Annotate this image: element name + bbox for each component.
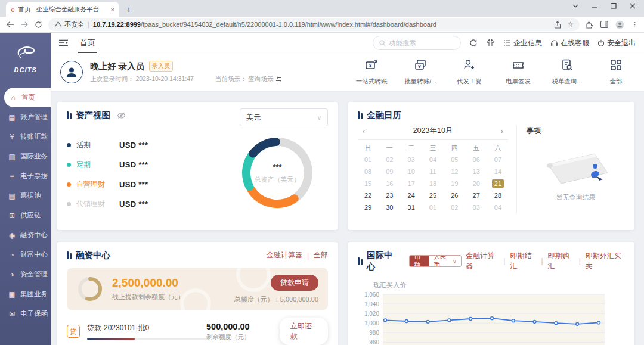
calendar-day[interactable]: 01 <box>423 202 443 213</box>
calendar-day[interactable]: 15 <box>358 178 378 189</box>
calendar-day[interactable]: 29 <box>358 202 378 213</box>
sidebar-item-label: 资金管理 <box>20 270 48 279</box>
sidebar-item-supply-chain[interactable]: ⊞供应链 <box>0 206 51 225</box>
transfer-icon: ¥ <box>8 133 16 141</box>
calendar-day[interactable]: 19 <box>444 178 465 189</box>
link-3[interactable]: 即期外汇买卖 <box>586 251 625 271</box>
header-action-headset[interactable]: 在线客服 <box>550 38 589 48</box>
header-action-power[interactable]: 安全退出 <box>597 38 636 48</box>
share-icon[interactable] <box>554 21 561 29</box>
sidebar-item-home[interactable]: ⌂首页 <box>4 88 51 107</box>
window-menu-icon[interactable] <box>572 4 578 8</box>
calendar-day[interactable]: 17 <box>401 178 422 189</box>
calendar-day[interactable]: 03 <box>401 154 422 165</box>
calendar-day[interactable]: 09 <box>379 166 400 177</box>
sidebar-item-international[interactable]: ▥国际业务 <box>0 147 51 166</box>
calendar-day[interactable]: 22 <box>358 190 378 201</box>
bookmark-star-icon[interactable]: ☆ <box>567 20 574 29</box>
extensions-puzzle-icon[interactable] <box>586 21 593 29</box>
link-2[interactable]: 即期购汇 <box>548 251 574 271</box>
sidebar-item-account[interactable]: ▤账户管理 <box>0 107 51 127</box>
calendar-day[interactable]: 07 <box>488 154 508 165</box>
new-tab-button[interactable]: + <box>126 5 131 17</box>
calendar-day[interactable]: 04 <box>488 202 508 213</box>
address-bar[interactable]: 不安全 | 10.7.19.22:8999/fpaas_bucket/94154… <box>48 18 580 31</box>
forward-icon[interactable] <box>20 21 29 27</box>
page-tab-home[interactable]: 首页 <box>78 33 97 53</box>
calendar-weekday: 四 <box>444 142 465 153</box>
link-0[interactable]: 金融计算器 <box>267 250 302 260</box>
browser-profile-avatar[interactable] <box>615 20 624 29</box>
theme-skin-icon[interactable] <box>486 39 495 47</box>
sidebar-item-ebill[interactable]: ≡电子票据 <box>0 166 51 186</box>
calendar-day[interactable]: 01 <box>358 154 378 165</box>
browser-tab[interactable]: ℮ 首页 - 企业综合金融服务平台 × <box>6 2 119 17</box>
switch-scene-icon[interactable] <box>275 76 282 82</box>
calendar-day[interactable]: 24 <box>401 190 422 201</box>
tab-close-icon[interactable]: × <box>111 6 114 13</box>
calendar-day[interactable]: 20 <box>466 178 487 189</box>
chevron-down-icon: ∨ <box>453 258 457 265</box>
window-close-icon[interactable] <box>630 3 636 9</box>
back-icon[interactable] <box>6 21 14 27</box>
calendar-day[interactable]: 06 <box>466 154 487 165</box>
sidebar-item-group[interactable]: ▣集团业务 <box>0 284 51 304</box>
side-panel-icon[interactable] <box>600 21 608 28</box>
sidebar-item-funds[interactable]: ◑资金管理 <box>0 265 51 284</box>
calendar-day[interactable]: 10 <box>401 166 422 177</box>
quick-action-grid[interactable]: 全部 <box>599 58 633 86</box>
sidebar-item-bill-pool[interactable]: ▦票据池 <box>0 186 51 206</box>
calendar-day[interactable]: 26 <box>444 190 465 201</box>
browser-menu-icon[interactable]: ⋮ <box>631 21 638 29</box>
calendar-next-icon[interactable]: › <box>498 126 506 136</box>
calendar-day[interactable]: 14 <box>488 166 508 177</box>
window-maximize-icon[interactable] <box>611 3 617 9</box>
link-1[interactable]: 即期结汇 <box>510 251 536 271</box>
link-1[interactable]: 全部 <box>314 250 328 260</box>
quick-action-eticket[interactable]: 电票签发 <box>501 58 535 86</box>
calendar-day[interactable]: 05 <box>444 154 465 165</box>
legend-label: 定期 <box>76 160 119 170</box>
header-action-list[interactable]: 企业信息 <box>503 38 542 48</box>
sidebar-item-guarantee[interactable]: ✉电子保函 <box>0 304 51 324</box>
link-0[interactable]: 金融计算器 <box>466 251 499 271</box>
function-search-input[interactable]: 功能搜索 <box>373 36 461 50</box>
calendar-grid: 日一二三四五六010203040506070809101112131415161… <box>358 142 508 213</box>
refresh-icon[interactable] <box>469 39 478 47</box>
svg-text:¥: ¥ <box>418 64 421 69</box>
calendar-day[interactable]: 02 <box>379 154 400 165</box>
quick-action-batch-transfer[interactable]: ¥批量转账/... <box>403 58 438 86</box>
calendar-day[interactable]: 25 <box>423 190 443 201</box>
calendar-day[interactable]: 03 <box>466 202 487 213</box>
collapse-menu-icon[interactable] <box>59 39 69 46</box>
calendar-day[interactable]: 23 <box>379 190 400 201</box>
sidebar-item-financing[interactable]: ◉融资中心 <box>0 225 51 245</box>
reload-icon[interactable] <box>35 21 42 29</box>
eye-hidden-icon[interactable] <box>117 112 126 119</box>
calendar-day[interactable]: 02 <box>444 202 465 213</box>
user-avatar[interactable] <box>60 61 83 83</box>
quick-action-payroll[interactable]: 代发工资 <box>452 58 487 86</box>
quick-action-tax-query[interactable]: 税单查询... <box>550 58 584 86</box>
loan-apply-button[interactable]: 贷款申请 <box>271 275 318 291</box>
calendar-day-selected[interactable]: 21 <box>488 178 508 189</box>
calendar-day[interactable]: 18 <box>423 178 443 189</box>
calendar-day[interactable]: 30 <box>379 202 400 213</box>
calendar-day[interactable]: 13 <box>466 166 487 177</box>
currency-select[interactable]: 美元 ∨ <box>240 108 328 126</box>
calendar-day[interactable]: 27 <box>466 190 487 201</box>
calendar-day[interactable]: 04 <box>423 154 443 165</box>
calendar-day[interactable]: 11 <box>423 166 443 177</box>
repay-now-button[interactable]: 立即还款 <box>280 318 328 345</box>
quick-action-onestop-transfer[interactable]: ¥一站式转账 <box>354 58 389 86</box>
sidebar-item-wealth[interactable]: ◔财富中心 <box>0 245 51 265</box>
calendar-day[interactable]: 08 <box>358 166 378 177</box>
calendar-day[interactable]: 28 <box>488 190 508 201</box>
sidebar-item-transfer[interactable]: ¥转账汇款 <box>0 127 51 147</box>
calendar-day[interactable]: 16 <box>379 178 400 189</box>
calendar-prev-icon[interactable]: ‹ <box>360 126 368 136</box>
calendar-day[interactable]: 12 <box>444 166 465 177</box>
calendar-day[interactable]: 31 <box>401 202 422 213</box>
window-minimize-icon[interactable] <box>592 3 597 9</box>
currency-type-select[interactable]: 币种 人民币 ∨ <box>409 255 462 267</box>
